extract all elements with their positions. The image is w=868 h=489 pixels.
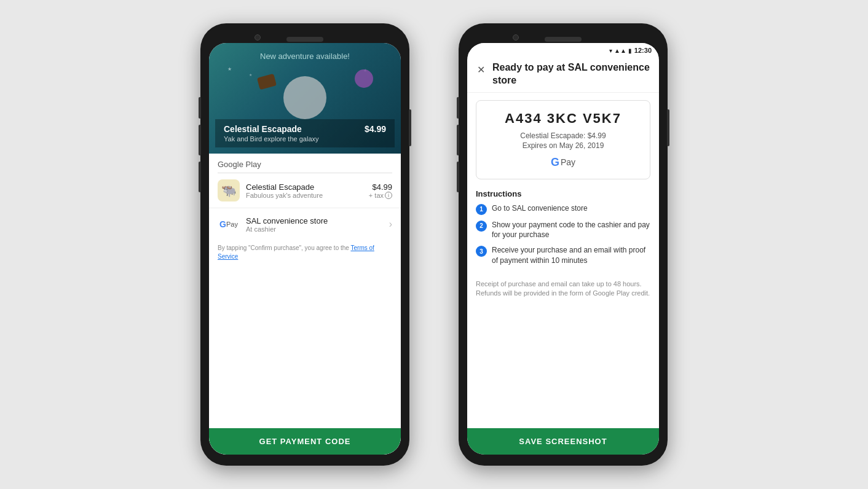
game-info-overlay: Celestial Escapade Yak and Bird explore … — [224, 124, 319, 143]
payment-method-info: SAL convenience store At cashier — [246, 216, 383, 233]
phone-2-vol-up — [457, 97, 459, 119]
gpay-logo-small: G Pay — [218, 213, 240, 235]
phone-2-screen: ▾ ▲▲ ▮ 12:30 ✕ Ready to pay at SAL conve… — [467, 43, 659, 455]
google-play-header: Google Play — [209, 154, 401, 173]
instruction-text-2: Show your payment code to the cashier an… — [492, 220, 650, 241]
game-title-overlay: Celestial Escapade — [224, 124, 319, 134]
phone-2-silent — [457, 162, 459, 192]
instruction-text-3: Receive your purchase and an email with … — [492, 245, 650, 266]
wifi-icon: ▾ — [609, 47, 612, 54]
silent-button — [199, 162, 201, 192]
payment-code-box: A434 3KC V5K7 Celestial Escapade: $4.99 … — [476, 100, 650, 179]
g-blue-large: G — [551, 156, 559, 169]
pay-label-large: Pay — [561, 157, 575, 167]
g-logo-blue: G — [219, 219, 226, 229]
instruction-2: 2 Show your payment code to the cashier … — [476, 220, 650, 241]
chevron-right-icon: › — [389, 219, 392, 230]
receipt-note: Receipt of purchase and email can take u… — [467, 276, 659, 302]
phone-2: ▾ ▲▲ ▮ 12:30 ✕ Ready to pay at SAL conve… — [459, 23, 668, 466]
price-sub: + tax i — [369, 192, 392, 199]
code-expiry: Expires on May 26, 2019 — [486, 141, 640, 150]
hero-title: New adventure available! — [260, 52, 350, 61]
phone-camera — [254, 34, 261, 41]
purchase-item-description: Fabulous yak's adventure — [246, 192, 363, 199]
price-main: $4.99 — [369, 182, 392, 192]
tax-info-icon[interactable]: i — [385, 192, 392, 199]
game-subtitle-overlay: Yak and Bird explore the galaxy — [224, 135, 319, 143]
code-product: Celestial Escapade: $4.99 — [486, 131, 640, 140]
instruction-num-3: 3 — [476, 246, 487, 257]
save-screenshot-button[interactable]: SAVE SCREENSHOT — [467, 428, 659, 455]
payment-method-sub: At cashier — [246, 225, 383, 233]
star-2: ★ — [249, 72, 252, 77]
purchase-item-price: $4.99 + tax i — [369, 182, 392, 199]
power-button — [409, 109, 411, 146]
hero-banner: New adventure available! ★ ★ ★ Celestial… — [209, 43, 401, 154]
google-play-section: Google Play 🐃 Celestial Escapade Fabulou… — [209, 154, 401, 455]
payment-method-name: SAL convenience store — [246, 216, 383, 225]
ready-header: ✕ Ready to pay at SAL convenience store — [467, 55, 659, 93]
game-price-overlay: $4.99 — [365, 124, 386, 134]
phone-2-vol-down — [457, 125, 459, 155]
instruction-3: 3 Receive your purchase and an email wit… — [476, 245, 650, 266]
status-time: 12:30 — [634, 47, 652, 54]
volume-up-button — [199, 97, 201, 119]
gpay-logo-large: G Pay — [486, 156, 640, 169]
instruction-1: 1 Go to SAL convenience store — [476, 203, 650, 215]
star-1: ★ — [227, 66, 232, 72]
planet-shape — [355, 69, 373, 88]
ready-title: Ready to pay at SAL convenience store — [492, 61, 650, 87]
moon-shape — [283, 76, 326, 119]
instruction-text-1: Go to SAL convenience store — [492, 203, 588, 214]
instruction-num-2: 2 — [476, 221, 487, 232]
instruction-num-1: 1 — [476, 204, 487, 215]
purchase-item-row: 🐃 Celestial Escapade Fabulous yak's adve… — [209, 173, 401, 208]
purchase-item-info: Celestial Escapade Fabulous yak's advent… — [246, 182, 363, 199]
pay-label-small: Pay — [226, 221, 238, 228]
close-button[interactable]: ✕ — [476, 63, 486, 77]
payment-method-row[interactable]: G Pay SAL convenience store At cashier › — [209, 208, 401, 240]
flying-character — [256, 74, 276, 90]
battery-icon: ▮ — [628, 47, 632, 54]
get-payment-code-button[interactable]: GET PAYMENT CODE — [209, 428, 401, 455]
payment-code: A434 3KC V5K7 — [486, 111, 640, 127]
instructions-title: Instructions — [476, 189, 650, 198]
phone-1: New adventure available! ★ ★ ★ Celestial… — [200, 23, 409, 466]
phone-1-screen: New adventure available! ★ ★ ★ Celestial… — [209, 43, 401, 455]
hero-illustration: ★ ★ ★ — [224, 63, 386, 119]
status-bar: ▾ ▲▲ ▮ 12:30 — [467, 43, 659, 55]
signal-icon: ▲▲ — [614, 47, 626, 54]
phone-2-power — [667, 109, 669, 146]
game-icon: 🐃 — [218, 179, 240, 201]
instructions-section: Instructions 1 Go to SAL convenience sto… — [467, 187, 659, 276]
purchase-item-name: Celestial Escapade — [246, 182, 363, 192]
volume-down-button — [199, 125, 201, 155]
terms-text: By tapping "Confirm purchase", you agree… — [209, 240, 401, 265]
phone-2-camera — [513, 34, 519, 41]
status-icons: ▾ ▲▲ ▮ — [609, 47, 632, 54]
